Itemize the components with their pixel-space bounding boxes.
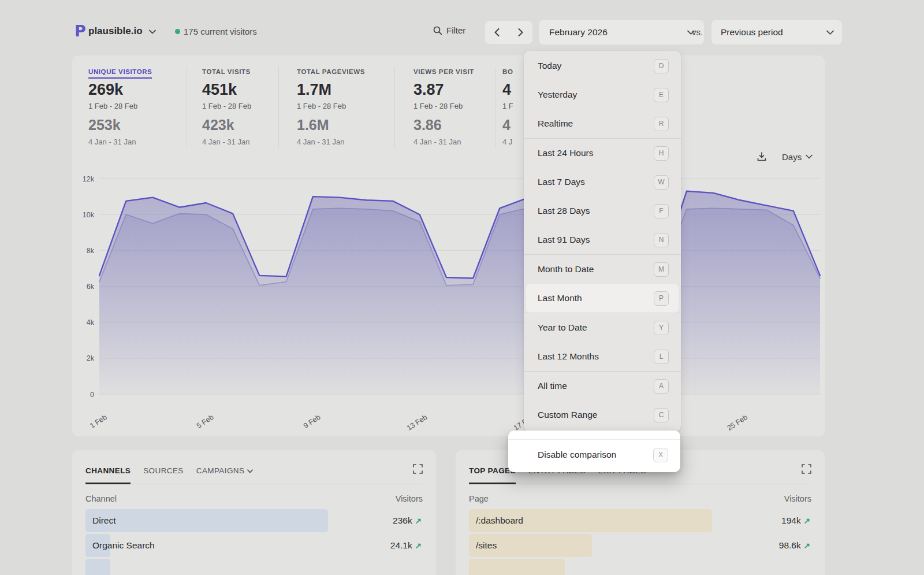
right-table-rows: /:dashboard194k↗/sites98.6k↗ [469, 509, 811, 575]
tab-sources[interactable]: SOURCES [143, 466, 184, 483]
comparison-select[interactable]: Previous period [711, 20, 842, 44]
menu-item-label: Last 28 Days [538, 206, 590, 216]
left-table-header: ChannelVisitors [85, 494, 423, 503]
menu-item-disable-comparison[interactable]: Disable comparison X [524, 440, 680, 470]
menu-item-month-to-date[interactable]: Month to DateM [524, 255, 681, 284]
svg-text:25 Feb: 25 Feb [726, 413, 749, 432]
live-visitors-dot-icon [175, 29, 180, 34]
menu-item-label: Realtime [538, 118, 573, 129]
row-label[interactable]: /sites [476, 534, 497, 557]
filter-button[interactable]: Filter [433, 25, 465, 35]
svg-text:1 Feb: 1 Feb [88, 413, 108, 430]
svg-text:0: 0 [90, 391, 94, 399]
trend-up-arrow-icon: ↗ [415, 516, 422, 525]
menu-item-label: Last 24 Hours [538, 148, 594, 158]
row-bar [85, 509, 328, 532]
trend-up-arrow-icon: ↗ [804, 541, 810, 550]
visitors-chart[interactable]: 02k4k6k8k10k12k1 Feb5 Feb9 Feb13 Feb17 F… [72, 55, 825, 436]
menu-item-label: Year to Date [538, 322, 587, 333]
table-row[interactable]: Direct236k↗ [85, 509, 423, 532]
chevron-down-icon [247, 469, 253, 473]
expand-icon[interactable] [413, 464, 423, 474]
channels-panel: CHANNELSSOURCESCAMPAIGNSChannelVisitorsD… [72, 450, 436, 575]
trend-up-arrow-icon: ↗ [415, 541, 422, 550]
right-table-header: PageVisitors [469, 494, 811, 503]
row-bar [85, 559, 110, 575]
menu-item-custom-range[interactable]: Custom RangeC [524, 400, 681, 429]
vs-label: vs. [692, 27, 703, 37]
menu-item-today[interactable]: TodayD [524, 51, 681, 80]
tab-channels[interactable]: CHANNELS [85, 466, 131, 484]
shortcut-key-badge: N [654, 233, 669, 247]
shortcut-key-badge: P [654, 291, 669, 306]
menu-item-label: Last 91 Days [538, 235, 590, 245]
menu-item-label: All time [538, 381, 567, 391]
svg-text:9 Feb: 9 Feb [302, 413, 322, 430]
shortcut-key-badge: H [654, 146, 669, 161]
svg-text:12k: 12k [83, 175, 95, 183]
row-value: 194k↗ [781, 509, 810, 532]
site-name[interactable]: plausible.io [88, 25, 143, 37]
next-period-arrow-button[interactable] [509, 21, 532, 44]
menu-item-label: Month to Date [538, 264, 594, 274]
site-chevron-down-icon[interactable] [149, 29, 156, 34]
svg-text:5 Feb: 5 Feb [195, 413, 215, 430]
shortcut-key-badge: F [654, 204, 669, 218]
shortcut-key-badge: W [654, 175, 669, 190]
column-header-left: Page [469, 494, 489, 503]
table-row-partial [85, 559, 423, 575]
row-label[interactable]: Organic Search [92, 534, 155, 557]
row-bar [469, 559, 565, 575]
shortcut-key-badge: E [654, 88, 669, 102]
shortcut-key-badge: R [654, 117, 669, 131]
table-row[interactable]: /sites98.6k↗ [469, 534, 811, 557]
menu-item-yesterday[interactable]: YesterdayE [524, 80, 681, 109]
current-visitors-count[interactable]: 175 current visitors [184, 27, 257, 36]
shortcut-key-badge: X [653, 448, 668, 462]
tab-campaigns[interactable]: CAMPAIGNS [196, 466, 254, 483]
menu-item-all-time[interactable]: All timeA [524, 372, 681, 400]
svg-text:2k: 2k [87, 354, 95, 362]
menu-item-last-91-days[interactable]: Last 91 DaysN [524, 225, 681, 254]
date-nav-arrows [485, 21, 532, 44]
svg-text:4k: 4k [87, 318, 95, 327]
menu-item-year-to-date[interactable]: Year to DateY [524, 313, 681, 342]
table-row[interactable]: Organic Search24.1k↗ [85, 534, 423, 557]
row-value: 236k↗ [393, 509, 422, 532]
menu-item-last-12-months[interactable]: Last 12 MonthsL [524, 342, 681, 371]
svg-text:13 Feb: 13 Feb [405, 413, 429, 432]
menu-item-last-7-days[interactable]: Last 7 DaysW [524, 168, 681, 196]
menu-item-label: Custom Range [538, 410, 597, 420]
dashboard-main-card: UNIQUE VISITORS269k1 Feb - 28 Feb253k4 J… [72, 55, 825, 436]
expand-icon[interactable] [802, 464, 811, 474]
table-row[interactable]: /:dashboard194k↗ [469, 509, 811, 532]
date-range-value: February 2026 [549, 27, 608, 38]
svg-text:8k: 8k [87, 247, 95, 255]
shortcut-key-badge: Y [654, 321, 669, 335]
date-range-select[interactable]: February 2026 [539, 20, 704, 44]
prev-period-arrow-button[interactable] [485, 21, 509, 44]
svg-text:10k: 10k [83, 211, 95, 219]
menu-item-last-month[interactable]: Last MonthP [526, 284, 679, 313]
menu-item-label: Yesterday [538, 90, 577, 100]
shortcut-key-badge: C [654, 408, 669, 422]
shortcut-key-badge: A [654, 379, 669, 394]
plausible-logo-icon: P [74, 22, 86, 40]
left-panel-tabs: CHANNELSSOURCESCAMPAIGNS [85, 465, 423, 484]
menu-item-label: Disable comparison [538, 450, 616, 460]
shortcut-key-badge: L [654, 350, 669, 364]
shortcut-key-badge: M [654, 262, 669, 277]
row-label[interactable]: /:dashboard [476, 509, 523, 532]
menu-item-label: Last 12 Months [538, 351, 599, 362]
row-label[interactable]: Direct [92, 509, 116, 532]
column-header-right: Visitors [396, 494, 423, 503]
filter-label: Filter [446, 25, 465, 35]
row-value: 24.1k↗ [390, 534, 422, 557]
table-row-partial [469, 559, 811, 575]
shortcut-key-badge: D [654, 59, 669, 73]
menu-item-last-28-days[interactable]: Last 28 DaysF [524, 196, 681, 225]
comparison-value: Previous period [721, 27, 783, 38]
menu-item-last-24-hours[interactable]: Last 24 HoursH [524, 139, 681, 168]
menu-item-realtime[interactable]: RealtimeR [524, 109, 681, 138]
column-header-left: Channel [85, 494, 117, 503]
